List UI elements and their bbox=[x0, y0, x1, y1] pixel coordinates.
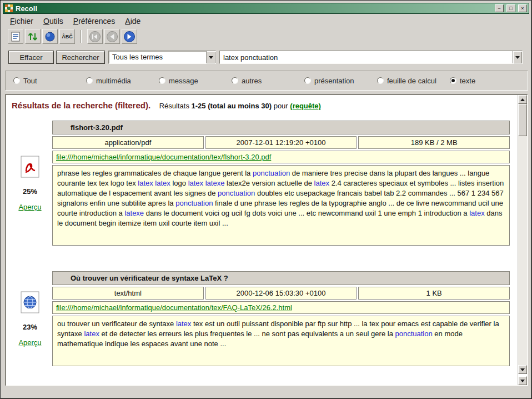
mode-dropdown-button[interactable] bbox=[206, 51, 215, 63]
result-mime: application/pdf bbox=[52, 136, 204, 149]
result-size: 189 KB / 2 MB bbox=[358, 136, 510, 149]
title-bar[interactable]: Recoll − □ × bbox=[3, 3, 529, 14]
result-url-link[interactable]: file:///home/michael/informatique/docume… bbox=[56, 153, 271, 161]
search-mode-select[interactable]: Tous les termes bbox=[108, 51, 216, 64]
abstract-text: dans le document voici og ucil fg dots v… bbox=[144, 209, 469, 217]
highlighted-term: ponctuation bbox=[175, 199, 213, 207]
result-abstract: ou trouver un verificateur de syntaxe la… bbox=[52, 316, 510, 366]
radio-icon bbox=[232, 77, 238, 84]
menu-outils[interactable]: Outils bbox=[38, 16, 68, 27]
highlighted-term: latex bbox=[314, 179, 329, 187]
close-button[interactable]: × bbox=[518, 4, 527, 12]
filter-radio-autres[interactable]: autres bbox=[232, 77, 304, 85]
menu-fichier[interactable]: Fichier bbox=[5, 16, 38, 27]
results-connector: pour bbox=[274, 102, 288, 110]
radio-icon bbox=[450, 77, 456, 84]
result-url-link[interactable]: file:///home/michael/informatique/docume… bbox=[56, 303, 292, 312]
abstract-text: latex2e version actuelle de bbox=[224, 179, 314, 187]
radio-icon bbox=[377, 77, 384, 84]
scrollbar-track[interactable] bbox=[518, 136, 527, 365]
chevron-down-icon bbox=[209, 56, 213, 59]
abstract-text: phrase les regles grammaticales de chaqu… bbox=[57, 169, 253, 177]
minimize-button[interactable]: − bbox=[495, 4, 504, 12]
previous-page-button[interactable] bbox=[104, 29, 120, 44]
search-row: Effacer Rechercher Tous les termes bbox=[3, 49, 529, 65]
highlighted-term: latexe bbox=[124, 209, 144, 217]
results-title: Résultats de la recherche (filtered). bbox=[12, 101, 150, 110]
highlighted-term: ponctuation bbox=[253, 169, 290, 177]
search-query-input[interactable] bbox=[220, 51, 513, 63]
result-title: Où trouver un vérificateur de syntaxe La… bbox=[52, 271, 510, 285]
highlighted-term: ponctuation bbox=[395, 330, 432, 338]
abstract-text: ou trouver un verificateur de syntaxe bbox=[57, 320, 176, 328]
result-abstract: phrase les regles grammaticales de chaqu… bbox=[52, 165, 510, 246]
radio-icon bbox=[86, 77, 93, 84]
highlighted-term: latex bbox=[176, 320, 191, 328]
preview-link[interactable]: Aperçu bbox=[18, 338, 41, 347]
search-mode-value: Tous les termes bbox=[109, 51, 206, 63]
first-page-button[interactable] bbox=[87, 29, 103, 44]
result-table: Où trouver un vérificateur de syntaxe La… bbox=[51, 270, 511, 368]
result-side: 23% Aperçu bbox=[9, 270, 51, 368]
scroll-up-button[interactable] bbox=[518, 95, 527, 104]
filter-label: multimédia bbox=[96, 77, 131, 85]
status-bar bbox=[3, 387, 529, 396]
highlighted-term: latex bbox=[469, 209, 484, 217]
recoll-window: Recoll − □ × Fichier Outils Préférences … bbox=[0, 0, 532, 399]
search-button[interactable]: Rechercher bbox=[56, 51, 105, 64]
scroll-down-button[interactable] bbox=[518, 365, 527, 374]
chevron-down-icon bbox=[515, 56, 520, 59]
highlighted-term: ponctuation bbox=[218, 189, 255, 197]
term-explorer-icon: ÂBĈ bbox=[62, 34, 73, 39]
highlighted-term: latex bbox=[84, 330, 99, 338]
window-title: Recoll bbox=[16, 4, 492, 13]
result-title: flshort-3.20.pdf bbox=[52, 121, 510, 134]
abstract-text: et de detecter les erreurs les plus freq… bbox=[99, 330, 395, 338]
clear-button[interactable]: Effacer bbox=[8, 51, 54, 64]
result-list: 25% Aperçu flshort-3.20.pdf application/… bbox=[9, 119, 518, 368]
menu-aide[interactable]: Aide bbox=[120, 16, 145, 27]
query-details-link[interactable]: (requête) bbox=[290, 102, 321, 110]
filter-label: autres bbox=[242, 77, 262, 85]
scroll-down-button-outer[interactable] bbox=[518, 376, 527, 385]
query-detail-button[interactable] bbox=[8, 29, 23, 44]
results-scrollbar[interactable] bbox=[518, 95, 527, 385]
scrollbar-thumb[interactable] bbox=[518, 104, 527, 136]
filter-radio-texte[interactable]: texte bbox=[450, 77, 475, 85]
first-page-icon bbox=[89, 31, 101, 43]
filter-label: feuille de calcul bbox=[387, 77, 436, 85]
html-file-icon[interactable] bbox=[21, 291, 39, 316]
radio-icon bbox=[159, 77, 165, 84]
results-header: Résultats de la recherche (filtered). Ré… bbox=[9, 101, 518, 110]
arrow-up-icon bbox=[520, 98, 525, 101]
document-history-button[interactable] bbox=[42, 29, 58, 44]
filter-label: texte bbox=[460, 77, 475, 85]
sort-parameters-button[interactable] bbox=[25, 29, 41, 44]
result-side: 25% Aperçu bbox=[9, 119, 51, 247]
filter-radio-feuille-de-calcul[interactable]: feuille de calcul bbox=[377, 77, 450, 85]
maximize-button[interactable]: □ bbox=[506, 4, 515, 12]
result-mime: text/html bbox=[52, 287, 204, 300]
results-range: 1-25 (total au moins 30) bbox=[192, 102, 272, 110]
next-page-icon bbox=[123, 31, 135, 43]
result-item: 23% Aperçu Où trouver un vérificateur de… bbox=[9, 270, 518, 368]
filter-radio-tout[interactable]: Tout bbox=[13, 77, 86, 85]
result-date: 2007-12-01 12:19:20 +0100 bbox=[205, 136, 357, 149]
result-item: 25% Aperçu flshort-3.20.pdf application/… bbox=[9, 119, 518, 247]
query-history-dropdown-button[interactable] bbox=[513, 51, 522, 63]
term-explorer-button[interactable]: ÂBĈ bbox=[59, 29, 75, 44]
next-page-button[interactable] bbox=[122, 29, 137, 44]
highlighted-term: latex latexe bbox=[188, 179, 225, 187]
menu-bar: Fichier Outils Préférences Aide bbox=[3, 15, 529, 27]
arrow-down-icon bbox=[520, 380, 525, 382]
filter-radio-message[interactable]: message bbox=[159, 77, 232, 85]
filter-radio-presentation[interactable]: présentation bbox=[304, 77, 377, 85]
pdf-file-icon[interactable] bbox=[21, 156, 39, 180]
preview-link[interactable]: Aperçu bbox=[18, 203, 41, 211]
filter-radio-multimedia[interactable]: multimédia bbox=[86, 77, 159, 85]
menu-preferences[interactable]: Préférences bbox=[68, 16, 121, 27]
relevance-percent: 23% bbox=[23, 323, 37, 331]
result-date: 2000-12-06 15:03:30 +0100 bbox=[205, 287, 357, 300]
highlighted-term: latex latex bbox=[138, 179, 170, 187]
filter-label: Tout bbox=[23, 77, 37, 85]
